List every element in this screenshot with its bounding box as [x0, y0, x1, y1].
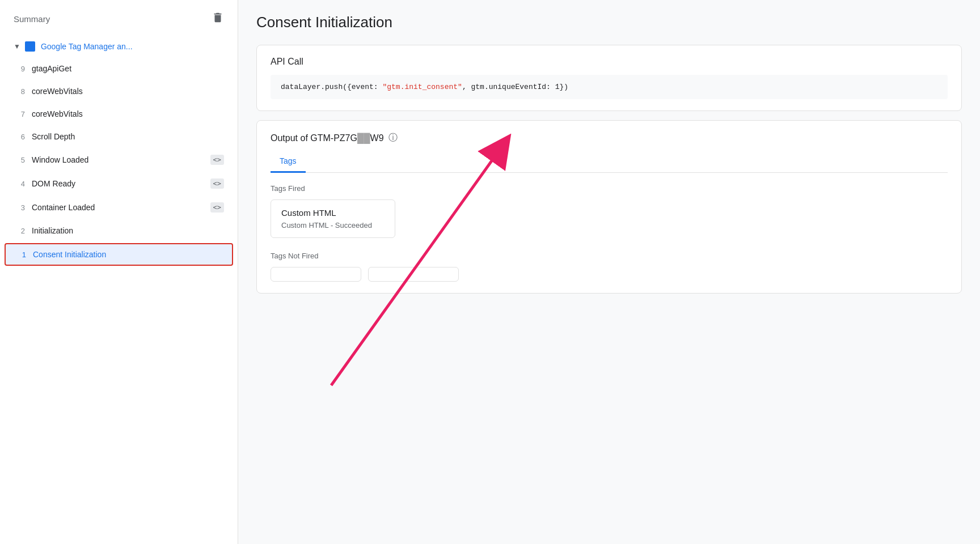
output-card: Output of GTM-PZ7G██W9 ⓘ Tags Tags Fired…	[256, 120, 962, 294]
tag-name: Custom HTML	[281, 208, 385, 218]
output-title: Output of GTM-PZ7G██W9 ⓘ	[271, 132, 948, 144]
code-string: "gtm.init_consent"	[382, 83, 462, 91]
gtm-label: Google Tag Manager an...	[41, 42, 224, 51]
summary-title: Summary	[14, 14, 50, 24]
code-icon-3: <>	[210, 202, 224, 212]
page-title: Consent Initialization	[256, 14, 962, 31]
api-call-title: API Call	[271, 57, 948, 67]
sidebar-item-3[interactable]: 3 Container Loaded <>	[0, 196, 238, 219]
code-icon-4: <>	[210, 178, 224, 189]
expand-arrow-icon: ▼	[14, 42, 20, 50]
sidebar-item-9[interactable]: 9 gtagApiGet	[0, 57, 238, 80]
output-title-text: Output of GTM-PZ7G██W9	[271, 133, 384, 143]
main-content: Consent Initialization API Call dataLaye…	[238, 0, 980, 544]
tags-not-fired-cards	[271, 267, 948, 282]
sidebar-item-1[interactable]: 1 Consent Initialization	[5, 243, 233, 266]
tag-status: Custom HTML - Succeeded	[281, 221, 385, 230]
tabs-row: Tags	[271, 151, 948, 173]
tab-tags[interactable]: Tags	[271, 151, 306, 173]
svg-rect-0	[216, 16, 217, 20]
delete-icon[interactable]	[212, 11, 224, 27]
sidebar-item-7[interactable]: 7 coreWebVitals	[0, 103, 238, 125]
sidebar-item-5[interactable]: 5 Window Loaded <>	[0, 148, 238, 172]
code-block: dataLayer.push({event: "gtm.init_consent…	[271, 75, 948, 99]
tags-not-fired-label: Tags Not Fired	[271, 252, 948, 260]
tag-card-custom-html[interactable]: Custom HTML Custom HTML - Succeeded	[271, 199, 395, 238]
sidebar-item-4[interactable]: 4 DOM Ready <>	[0, 172, 238, 196]
code-suffix: , gtm.uniqueEventId: 1})	[462, 83, 568, 91]
tags-fired-label: Tags Fired	[271, 184, 948, 193]
sidebar-header: Summary	[0, 0, 238, 36]
sidebar-item-2[interactable]: 2 Initialization	[0, 219, 238, 242]
sidebar: Summary ▼ Google Tag Manager an... 9 gta…	[0, 0, 238, 544]
sidebar-item-6[interactable]: 6 Scroll Depth	[0, 125, 238, 148]
tag-not-fired-1	[271, 267, 361, 282]
tag-not-fired-2	[368, 267, 459, 282]
gtm-icon	[25, 41, 35, 52]
svg-rect-1	[218, 16, 219, 20]
tags-content: Tags Fired Custom HTML Custom HTML - Suc…	[271, 173, 948, 293]
sidebar-item-gtm-parent[interactable]: ▼ Google Tag Manager an...	[0, 36, 238, 57]
sidebar-list: 9 gtagApiGet 8 coreWebVitals 7 coreWebVi…	[0, 57, 238, 267]
code-prefix: dataLayer.push({event:	[281, 83, 382, 91]
sidebar-item-8[interactable]: 8 coreWebVitals	[0, 80, 238, 103]
code-icon-5: <>	[210, 155, 224, 165]
api-call-card: API Call dataLayer.push({event: "gtm.ini…	[256, 45, 962, 111]
help-icon[interactable]: ⓘ	[388, 132, 398, 144]
